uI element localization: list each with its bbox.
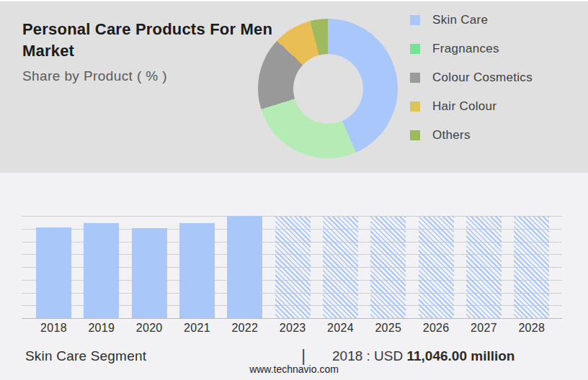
legend-item-2: Colour Cosmetics [410, 63, 533, 92]
segment-value-prefix: 2018 : USD [332, 348, 407, 363]
legend-label: Hair Colour [432, 99, 496, 114]
bar-2021 [179, 223, 215, 318]
bar-2026-forecast [419, 217, 454, 318]
year-label-2028: 2028 [507, 322, 557, 335]
year-label-2021: 2021 [172, 322, 222, 335]
year-label-2018: 2018 [29, 322, 79, 335]
donut-hole [293, 54, 363, 124]
legend-label: Fragnances [432, 42, 499, 56]
year-label-2023: 2023 [267, 322, 318, 335]
year-label-2027: 2027 [458, 322, 509, 335]
legend-label: Skin Care [432, 13, 488, 27]
year-label-2022: 2022 [220, 322, 270, 335]
segment-label: Skin Care Segment [25, 348, 146, 364]
bar-2020 [132, 228, 167, 318]
legend-item-4: Others [410, 121, 533, 150]
bar-2023-forecast [275, 217, 311, 318]
legend-item-3: Hair Colour [410, 92, 533, 121]
donut-legend: Skin CareFragnancesColour CosmeticsHair … [410, 6, 533, 150]
bar-2018 [36, 227, 71, 318]
year-label-2019: 2019 [76, 322, 127, 335]
footer-separator: | [301, 345, 306, 366]
header-section: Personal Care Products For Men Market Sh… [0, 1, 588, 173]
legend-item-0: Skin Care [410, 6, 533, 35]
year-label-2026: 2026 [411, 322, 461, 335]
chart-subtitle: Share by Product ( % ) [22, 68, 272, 84]
donut-chart [258, 19, 398, 158]
legend-swatch-icon [410, 101, 420, 112]
bar-2028-forecast [514, 217, 549, 318]
legend-item-1: Fragnances [410, 35, 533, 63]
title-block: Personal Care Products For Men Market Sh… [22, 19, 272, 84]
segment-value-amount: 11,046.00 million [407, 348, 515, 363]
infographic: Personal Care Products For Men Market Sh… [0, 0, 588, 380]
page-title-line-2: Market [22, 40, 272, 62]
x-axis-baseline [22, 318, 562, 319]
year-label-2024: 2024 [315, 322, 365, 335]
legend-swatch-icon [410, 73, 420, 83]
year-label-2025: 2025 [363, 322, 414, 335]
bar-2027-forecast [466, 217, 502, 318]
legend-label: Colour Cosmetics [432, 71, 533, 85]
website-url: www.technavio.com [0, 363, 588, 375]
page-title-line-1: Personal Care Products For Men [22, 19, 272, 40]
legend-swatch-icon [410, 44, 420, 54]
bar-2025-forecast [370, 217, 406, 318]
bar-2019 [84, 223, 119, 318]
bar-2022 [227, 216, 262, 318]
year-label-2020: 2020 [124, 322, 174, 335]
bar-2024-forecast [323, 217, 358, 318]
legend-swatch-icon [410, 15, 420, 25]
legend-label: Others [432, 128, 471, 142]
segment-value: 2018 : USD 11,046.00 million [332, 348, 514, 364]
legend-swatch-icon [410, 130, 420, 140]
